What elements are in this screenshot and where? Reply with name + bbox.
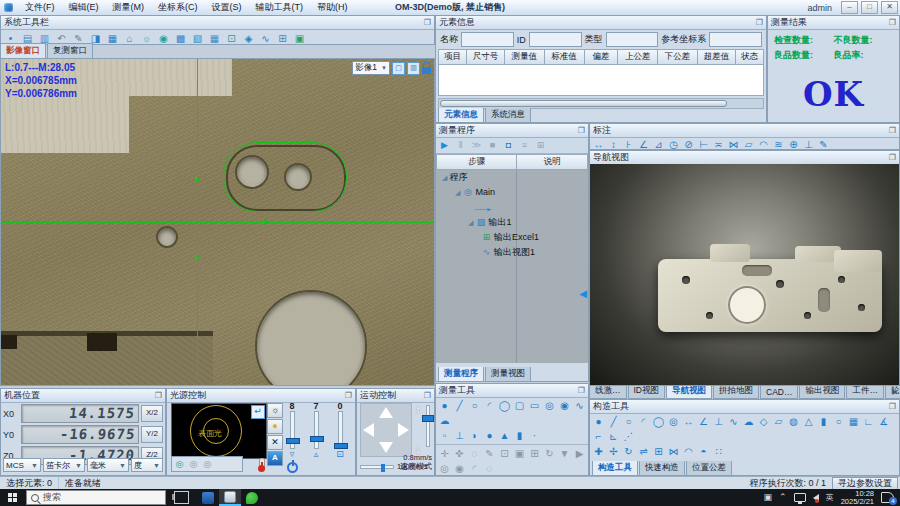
construct-chamfer-icon[interactable]: ◇ — [757, 415, 770, 428]
construct-move-icon[interactable]: ✢ — [607, 445, 620, 458]
construct-slab-icon[interactable]: ▱ — [772, 415, 785, 428]
curve-trace-icon[interactable]: ∿ — [259, 32, 272, 45]
float-panel-icon[interactable]: ❐ — [756, 19, 763, 27]
jog-speed-handle[interactable] — [422, 415, 434, 422]
maximize-button[interactable]: □ — [861, 1, 878, 14]
clock[interactable]: 10:28 2025/2/21 — [841, 490, 874, 506]
taskbar-app-writer[interactable] — [197, 489, 219, 506]
column-header-3[interactable]: 测量值 — [505, 49, 545, 65]
construct-pattern-icon[interactable]: ∷ — [712, 445, 725, 458]
construct-point-icon[interactable]: ● — [592, 415, 605, 428]
float-panel-icon[interactable]: ❐ — [889, 403, 896, 411]
construct-rotate-icon[interactable]: ↻ — [622, 445, 635, 458]
task-view-button[interactable] — [174, 491, 189, 504]
construct-line-icon[interactable]: ╱ — [607, 415, 620, 428]
pause-icon[interactable]: ‖ — [454, 139, 467, 152]
measure-slot-icon[interactable]: ▢ — [513, 399, 526, 412]
ring-light-icon[interactable]: ☼ — [267, 403, 283, 418]
measure-line-icon[interactable]: ╱ — [453, 399, 466, 412]
run-all-icon[interactable]: ≫ — [470, 139, 483, 152]
construct-cone-icon[interactable]: △ — [802, 415, 815, 428]
type-field[interactable] — [606, 32, 659, 47]
tree-node-输出Excel1[interactable]: ⊞输出Excel1 — [436, 230, 588, 245]
channel-ring-icon[interactable]: ◎ — [202, 459, 213, 470]
jog-speed-slider[interactable] — [426, 405, 430, 447]
construct-symmetry-icon[interactable]: ⋈ — [667, 445, 680, 458]
light-slider-2[interactable] — [314, 411, 319, 449]
measure-arc-icon[interactable]: ◜ — [483, 399, 496, 412]
menu-item-3[interactable]: 测量(M) — [106, 0, 152, 15]
measure-cylinder-icon[interactable]: ▮ — [513, 429, 526, 442]
jog-left-icon[interactable] — [363, 423, 374, 437]
light-off-icon[interactable]: ✕ — [267, 435, 283, 450]
ring-light-diagram[interactable]: 表面光 ↵ — [171, 403, 267, 459]
construct-arc-fit-icon[interactable]: ◠ — [682, 445, 695, 458]
column-header-9[interactable]: 状态 — [736, 49, 764, 65]
light-slider-1[interactable] — [290, 411, 295, 449]
z-up-icon[interactable]: ↑ — [413, 403, 423, 415]
tree-node-Main[interactable]: ◢◎Main — [436, 185, 588, 200]
ime-indicator[interactable]: 英 — [826, 493, 834, 502]
construct-dome-icon[interactable]: ◓ — [697, 445, 710, 458]
expander-icon[interactable]: ◢ — [442, 174, 447, 181]
jog-down-icon[interactable] — [379, 442, 393, 453]
tab-2[interactable]: 测量视图 — [485, 367, 531, 382]
navigation-preview[interactable] — [590, 164, 899, 385]
tool-run-icon[interactable]: ▶ — [573, 447, 586, 460]
expand-icon[interactable]: ⊞ — [534, 139, 547, 152]
measure-filled-circle-icon[interactable]: ◉ — [558, 399, 571, 412]
list-icon[interactable]: ≡ — [518, 139, 531, 152]
construct-plane-icon[interactable]: ⊥ — [712, 415, 725, 428]
element-table-body[interactable] — [438, 65, 764, 96]
tab-3[interactable]: 位置公差 — [686, 461, 732, 476]
construct-ellipse-icon[interactable]: ◯ — [652, 415, 665, 428]
start-button[interactable] — [0, 489, 24, 506]
y-half-button[interactable]: Y/2 — [141, 426, 163, 443]
ref-cs-field[interactable] — [709, 32, 762, 47]
x-half-button[interactable]: X/2 — [141, 405, 163, 422]
taskbar-app-wechat[interactable] — [241, 489, 263, 506]
multi-window-icon[interactable]: ⊞ — [276, 32, 289, 45]
column-header-6[interactable]: 上公差 — [618, 49, 658, 65]
construct-distance-icon[interactable]: ↔ — [682, 415, 695, 428]
measure-cloud-icon[interactable]: ☁ — [438, 414, 451, 427]
center-target-icon[interactable]: ◈ — [242, 32, 255, 45]
measure-plane-icon[interactable]: ⊥ — [453, 429, 466, 442]
auto-light-button[interactable]: A — [267, 451, 283, 466]
tool-ring-icon[interactable]: ◉ — [453, 462, 466, 475]
lock-icon[interactable]: ◘ — [502, 139, 515, 152]
construct-cs-3d-icon[interactable]: ⋰ — [622, 430, 635, 443]
run-icon[interactable]: ▶ — [438, 139, 451, 152]
column-header-8[interactable]: 超差值 — [698, 49, 736, 65]
backlight-icon[interactable]: ⊡ — [336, 449, 344, 459]
tab-2[interactable]: ID视图 — [628, 386, 666, 399]
construct-circle-icon[interactable]: ○ — [622, 415, 635, 428]
minimize-button[interactable]: – — [841, 1, 858, 14]
slider-handle[interactable] — [286, 438, 300, 444]
measure-small-point-icon[interactable]: · — [528, 429, 541, 442]
menu-item-4[interactable]: 坐标系(C) — [151, 0, 205, 15]
construct-sphere-icon[interactable]: ◍ — [787, 415, 800, 428]
tool-copy-icon[interactable]: ⊞ — [528, 447, 541, 460]
hscrollbar-thumb[interactable] — [440, 100, 727, 107]
measure-region-icon[interactable]: ▫ — [438, 429, 451, 442]
menu-item-2[interactable]: 编辑(E) — [62, 0, 106, 15]
tray-app-icon[interactable]: ▣ — [764, 493, 773, 502]
program-tree[interactable]: ◢程序◢◎Main→◢▨输出1⊞输出Excel1∿输出视图1 ◀ — [436, 170, 588, 363]
tool-cross-box-icon[interactable]: ✜ — [453, 447, 466, 460]
tool-crosshair-icon[interactable]: ✛ — [438, 447, 451, 460]
measure-step-icon[interactable]: ◗ — [468, 429, 481, 442]
measure-rectangle-icon[interactable]: ▭ — [528, 399, 541, 412]
light-next-icon[interactable]: ↵ — [251, 405, 265, 419]
measure-ellipse-icon[interactable]: ◯ — [498, 399, 511, 412]
construct-cloud-icon[interactable]: ☁ — [742, 415, 755, 428]
column-header-4[interactable]: 标准值 — [545, 49, 585, 65]
tool-filter-icon[interactable]: ▼ — [558, 447, 571, 460]
notification-icon[interactable]: 4 — [881, 492, 894, 503]
channel-ring-icon[interactable]: ◎ — [188, 459, 199, 470]
feed-speed-handle[interactable] — [381, 464, 385, 472]
measure-cone-icon[interactable]: ▲ — [498, 429, 511, 442]
tree-node-输出1[interactable]: ◢▨输出1 — [436, 215, 588, 230]
tab-2[interactable]: 复测窗口 — [47, 43, 93, 58]
tool-roi-box-icon[interactable]: ⊡ — [498, 447, 511, 460]
